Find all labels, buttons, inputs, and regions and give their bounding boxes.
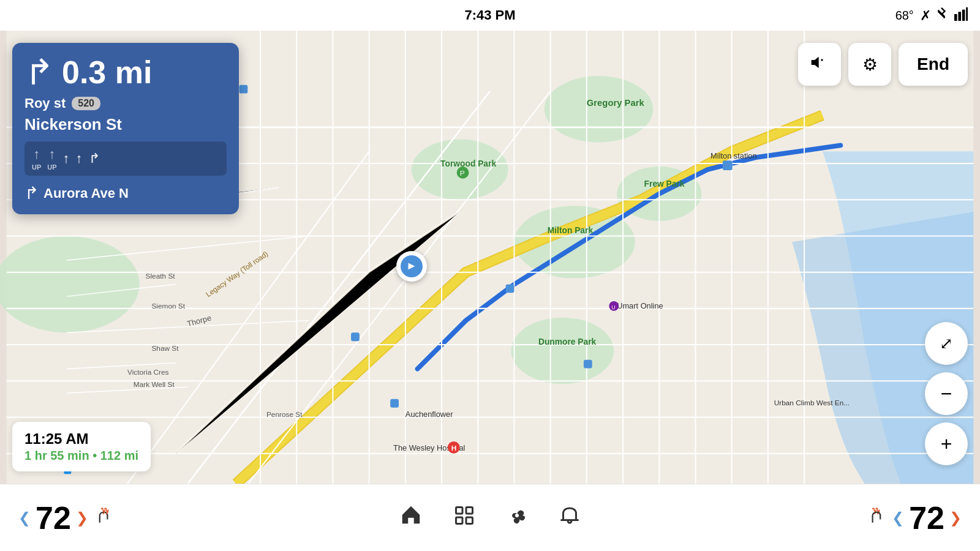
svg-text:H: H	[451, 444, 457, 452]
zoom-out-icon: −	[941, 383, 952, 405]
current-street: Roy st	[24, 96, 66, 111]
right-temp-down-button[interactable]: ❮	[892, 509, 904, 527]
svg-text:Shaw St: Shaw St	[151, 344, 179, 353]
svg-rect-38	[506, 284, 514, 293]
zoom-in-button[interactable]: +	[925, 422, 968, 465]
svg-text:Torwood Park: Torwood Park	[440, 159, 496, 168]
grid-button[interactable]	[453, 504, 475, 531]
next-turn-icon: ↱	[24, 183, 39, 203]
eta-duration: 1 hr 55 min	[24, 449, 89, 462]
svg-text:Victoria Cres: Victoria Cres	[127, 368, 169, 377]
zoom-in-icon: +	[941, 433, 952, 455]
map-controls-top: ⚙ End	[798, 43, 968, 86]
lane-arrow-4: ↑	[76, 151, 83, 167]
location-marker: ►	[396, 251, 427, 282]
eta-card: 11:25 AM 1 hr 55 min • 112 mi	[12, 422, 151, 471]
lane-2: ↑ UP	[47, 146, 56, 171]
svg-text:Siemon St: Siemon St	[151, 302, 185, 310]
move-map-button[interactable]: ⤢	[925, 322, 968, 365]
cross-street: Nickerson St	[24, 115, 227, 134]
svg-point-9	[511, 318, 614, 384]
svg-rect-71	[456, 507, 463, 514]
svg-text:Gregory Park: Gregory Park	[587, 98, 645, 108]
svg-rect-3	[966, 7, 968, 21]
lane-4: ↑	[76, 151, 83, 167]
nav-card: ↱ 0.3 mi Roy st 520 Nickerson St ↑ UP ↑ …	[12, 43, 239, 214]
route-badge: 520	[72, 97, 100, 110]
svg-text:Urban Climb West En...: Urban Climb West En...	[774, 399, 850, 407]
svg-text:Dunmore Park: Dunmore Park	[538, 337, 597, 347]
svg-text:Penrose St: Penrose St	[266, 410, 303, 419]
map-area: Gregory Park Frew Park Torwood Park Milt…	[0, 31, 980, 484]
svg-rect-73	[456, 517, 463, 524]
svg-text:P: P	[460, 169, 465, 178]
lane-arrow-2: ↑	[48, 146, 55, 162]
mute-button[interactable]	[798, 43, 841, 86]
svg-marker-69	[812, 56, 819, 68]
left-seat-heat-icon[interactable]	[93, 504, 115, 531]
left-temp-control: ❮ 72 ❯	[18, 500, 115, 536]
lane-arrow-3: ↑	[63, 151, 70, 167]
svg-text:Auchenflower: Auchenflower	[405, 410, 453, 419]
svg-text:Sleath St: Sleath St	[146, 272, 176, 280]
status-bar: 7:43 PM 68° ✗	[0, 0, 980, 31]
left-temp-down-button[interactable]: ❮	[18, 509, 31, 527]
svg-text:Mark Well St: Mark Well St	[134, 380, 175, 389]
settings-icon: ⚙	[862, 54, 878, 75]
left-temp-display: 72	[36, 500, 71, 536]
eta-details: 1 hr 55 min • 112 mi	[24, 449, 138, 463]
right-seat-heat-icon[interactable]	[865, 504, 887, 531]
svg-point-5	[545, 76, 654, 143]
svg-point-75	[515, 514, 519, 517]
signal-icon	[954, 7, 968, 23]
zoom-out-button[interactable]: −	[925, 372, 968, 415]
home-button[interactable]	[399, 503, 423, 532]
turn-arrow-icon: ↱	[24, 54, 55, 90]
fan-button[interactable]	[506, 504, 528, 531]
eta-arrival-time: 11:25 AM	[24, 430, 138, 448]
end-navigation-button[interactable]: End	[899, 43, 968, 86]
distance-display: 0.3 mi	[62, 54, 152, 91]
next-street: Aurora Ave N	[43, 186, 129, 201]
svg-rect-42	[239, 85, 248, 94]
svg-text:Milton Park: Milton Park	[548, 225, 594, 235]
svg-rect-1	[958, 12, 961, 21]
lane-indicators: ↑ UP ↑ UP ↑ ↑ ↱	[24, 141, 227, 176]
end-label: End	[917, 54, 949, 74]
lane-5: ↱	[89, 151, 100, 167]
bell-button[interactable]	[559, 504, 581, 531]
right-temp-display: 72	[909, 500, 944, 536]
svg-rect-72	[466, 507, 473, 514]
eta-distance: 112 mi	[100, 449, 138, 462]
svg-rect-0	[954, 14, 957, 21]
svg-rect-74	[466, 517, 473, 524]
settings-button[interactable]: ⚙	[848, 43, 891, 86]
right-temp-control: ❮ 72 ❯	[865, 500, 962, 536]
lane-arrow-5: ↱	[89, 151, 100, 167]
bottom-center-controls	[399, 503, 581, 532]
svg-rect-2	[962, 10, 965, 21]
svg-rect-41	[584, 360, 592, 369]
left-temp-up-button[interactable]: ❯	[76, 509, 88, 527]
right-temp-up-button[interactable]: ❯	[949, 509, 962, 527]
svg-text:U: U	[611, 304, 615, 310]
move-icon: ⤢	[940, 334, 953, 353]
eta-dot: •	[92, 449, 100, 462]
svg-text:Milton station: Milton station	[710, 151, 757, 160]
bottom-bar: ❮ 72 ❯	[0, 484, 980, 551]
lane-1: ↑ UP	[32, 146, 41, 171]
status-time: 7:43 PM	[464, 7, 515, 23]
lane-arrow-1: ↑	[33, 146, 40, 162]
svg-text:Umart Online: Umart Online	[617, 301, 663, 310]
svg-rect-37	[723, 160, 733, 170]
mute-icon	[810, 53, 829, 77]
lane-3: ↑	[63, 151, 70, 167]
svg-point-10	[0, 236, 140, 332]
map-controls-right: ⤢ − +	[925, 322, 968, 465]
svg-rect-39	[351, 332, 360, 341]
svg-rect-40	[390, 399, 399, 408]
bluetooth-icon: ✗	[920, 7, 948, 24]
svg-text:Frew Park: Frew Park	[644, 179, 685, 189]
temperature-display: 68°	[895, 9, 914, 23]
